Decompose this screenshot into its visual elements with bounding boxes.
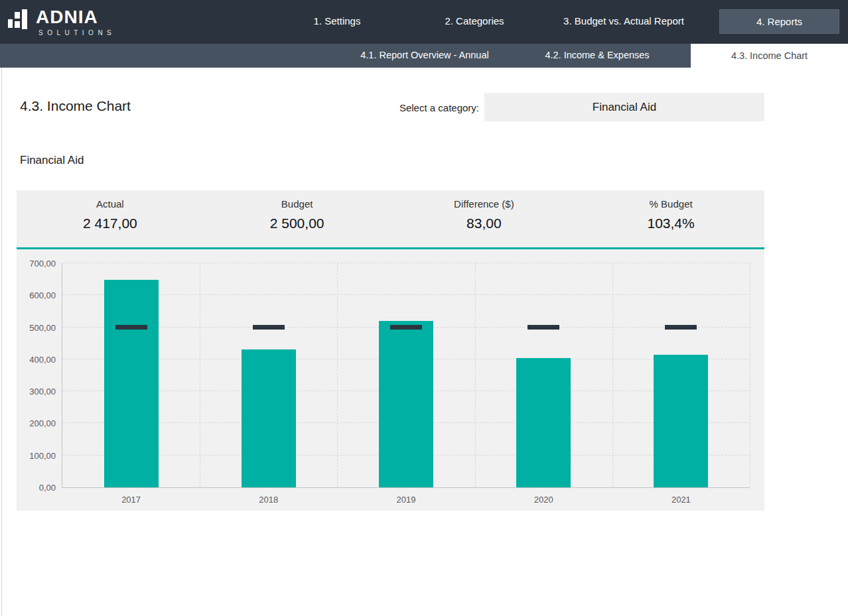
y-axis-tick-label: 600,00 <box>29 290 56 300</box>
stat-value: 83,00 <box>391 216 578 231</box>
top-navbar: ADNIA SOLUTIONS 1. Settings 2. Categorie… <box>0 0 848 44</box>
stat-label: Actual <box>17 198 204 210</box>
x-axis-tick-label: 2017 <box>121 495 141 505</box>
subnav-item-income-expenses[interactable]: 4.2. Income & Expenses <box>545 50 649 60</box>
v-gridline <box>475 263 476 487</box>
y-axis-tick-label: 100,00 <box>29 450 56 460</box>
plot-area: 0,00100,00200,00300,00400,00500,00600,00… <box>62 263 750 488</box>
adnia-logo: ADNIA SOLUTIONS <box>8 5 141 40</box>
stat-label: Difference ($) <box>391 198 578 210</box>
actual-bar-2020[interactable] <box>516 358 571 487</box>
nav-item-categories[interactable]: 2. Categories <box>445 15 504 27</box>
h-gridline <box>62 294 750 295</box>
brand-subtitle: SOLUTIONS <box>38 29 115 36</box>
income-bar-chart: 0,00100,00200,00300,00400,00500,00600,00… <box>17 249 764 511</box>
income-chart-page: { "brand": { "name": "ADNIA", "subtitle"… <box>0 0 848 616</box>
stat-value: 103,4% <box>577 216 764 231</box>
category-dropdown[interactable]: Financial Aid <box>484 93 764 121</box>
actual-bar-2017[interactable] <box>104 280 159 487</box>
x-axis-tick-label: 2019 <box>397 495 416 505</box>
nav-item-settings[interactable]: 1. Settings <box>314 15 361 27</box>
actual-bar-2018[interactable] <box>242 349 296 487</box>
subnav-item-income-chart-active[interactable]: 4.3. Income Chart <box>691 44 848 68</box>
subnav-item-report-overview-annual[interactable]: 4.1. Report Overview - Annual <box>360 50 488 60</box>
budget-marker-2018[interactable] <box>253 325 285 330</box>
budget-marker-2019[interactable] <box>390 325 422 330</box>
brand-name: ADNIA <box>36 7 98 28</box>
reports-subnav: 4.1. Report Overview - Annual 4.2. Incom… <box>0 44 848 68</box>
y-axis-tick-label: 0,00 <box>39 483 56 493</box>
chart-section-heading: Financial Aid <box>20 154 84 167</box>
y-axis-tick-label: 400,00 <box>29 354 56 364</box>
v-gridline <box>200 263 200 487</box>
x-axis-tick-label: 2020 <box>534 495 553 505</box>
v-gridline <box>612 263 613 487</box>
y-axis-tick-label: 500,00 <box>29 322 56 332</box>
select-category-label: Select a category: <box>398 102 479 113</box>
nav-item-reports-active[interactable]: 4. Reports <box>719 9 839 34</box>
v-gridline <box>337 263 338 487</box>
page-title: 4.3. Income Chart <box>20 98 131 114</box>
summary-stats-panel: Actual 2 417,00 Budget 2 500,00 Differen… <box>17 190 764 249</box>
stat-value: 2 417,00 <box>17 216 204 231</box>
actual-bar-2019[interactable] <box>379 321 433 487</box>
stat-value: 2 500,00 <box>204 216 391 231</box>
y-axis-tick-label: 700,00 <box>29 259 56 269</box>
stat-card-difference: Difference ($) 83,00 <box>391 190 578 247</box>
stat-card-percent-budget: % Budget 103,4% <box>577 190 764 247</box>
stat-label: % Budget <box>577 198 764 210</box>
bar-chart-logo-icon <box>8 9 35 32</box>
x-axis-tick-label: 2018 <box>259 495 278 505</box>
page-left-border <box>1 68 2 616</box>
v-gridline <box>750 263 750 487</box>
stat-label: Budget <box>204 198 391 210</box>
budget-marker-2020[interactable] <box>528 325 559 330</box>
x-axis-tick-label: 2021 <box>671 495 691 505</box>
stat-card-budget: Budget 2 500,00 <box>204 190 391 247</box>
nav-item-budget-vs-actual[interactable]: 3. Budget vs. Actual Report <box>563 15 684 27</box>
y-axis-tick-label: 300,00 <box>29 387 56 397</box>
budget-marker-2021[interactable] <box>665 325 697 330</box>
stat-card-actual: Actual 2 417,00 <box>17 190 204 247</box>
y-axis-tick-label: 200,00 <box>29 418 56 428</box>
actual-bar-2021[interactable] <box>654 355 708 487</box>
h-gridline <box>62 263 750 263</box>
budget-marker-2017[interactable] <box>115 325 147 330</box>
